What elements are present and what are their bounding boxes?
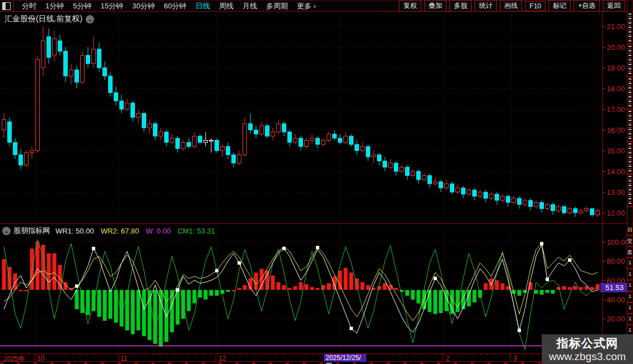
toolbar-button-1[interactable]: 叠加: [424, 0, 446, 12]
axis-tick: [602, 26, 606, 27]
indicator-bar: [103, 290, 107, 321]
candle: [422, 175, 426, 179]
date-cell-border: [216, 354, 216, 362]
candle: [568, 209, 572, 213]
toolbar-item-9[interactable]: 多周期: [262, 1, 292, 11]
candle: [142, 113, 146, 128]
date-label: 3: [513, 354, 517, 362]
candle: [574, 209, 578, 213]
candle: [294, 138, 297, 142]
indicator-bar: [366, 285, 370, 290]
indicator-bar: [36, 242, 40, 290]
indicator-bar: [142, 290, 146, 337]
strip-texture-5: [629, 176, 631, 205]
toolbar-button-0[interactable]: 复权: [399, 0, 421, 12]
candlestick-chart-canvas[interactable]: [0, 12, 602, 224]
candle: [238, 155, 241, 163]
candle: [534, 203, 538, 207]
indicator-bar: [13, 273, 17, 290]
indicator-bar: [383, 283, 387, 290]
right-edge-strip[interactable]: 自交盘11111111: [627, 0, 632, 364]
candle: [81, 55, 85, 82]
chevron-down-icon[interactable]: ⌄: [86, 15, 94, 24]
candle: [58, 41, 62, 52]
candle: [372, 155, 376, 157]
toolbar-item-10[interactable]: 更多 ›: [292, 1, 320, 11]
candle: [254, 130, 258, 134]
toolbar-item-0[interactable]: 分时: [17, 1, 41, 11]
toolbar-item-5[interactable]: 60分钟: [159, 1, 190, 11]
toolbar-item-8[interactable]: 月线: [238, 1, 262, 11]
candle: [394, 163, 398, 171]
candle: [445, 184, 449, 188]
indicator-bar: [19, 290, 23, 292]
candle: [344, 136, 348, 142]
candle: [210, 141, 213, 142]
candle: [221, 147, 225, 151]
candle: [389, 163, 393, 167]
candle: [478, 192, 482, 196]
toolbar-button-6[interactable]: 标记: [548, 0, 571, 12]
stock-title: 汇金股份(日线.前复权): [4, 14, 82, 24]
indicator-var-3: CM1: 53.31: [178, 227, 215, 235]
candle: [579, 211, 583, 213]
current-value-badge: 51.53: [601, 283, 629, 292]
indicator-bar: [165, 290, 169, 342]
watermark-title: 指标公式网: [557, 336, 618, 350]
candle: [310, 138, 314, 141]
indicator-bar: [170, 290, 174, 333]
strip-char: 1: [627, 316, 632, 321]
strip-texture-4: [629, 143, 631, 172]
toolbar-item-3[interactable]: 15分钟: [96, 1, 127, 11]
indicator-bar: [8, 267, 12, 290]
axis-tick: [602, 192, 606, 193]
toolbar-item-6[interactable]: 日线: [191, 1, 215, 11]
axis-border: [602, 12, 603, 362]
candle: [148, 124, 152, 128]
toolbar-button-5[interactable]: F10: [525, 1, 546, 11]
chevron-down-icon[interactable]: ⌄: [2, 227, 11, 235]
indicator-name: 股朋指标网: [13, 226, 50, 236]
indicator-panel-canvas[interactable]: [0, 224, 602, 353]
strip-divider: [627, 235, 632, 236]
toolbar-button-4[interactable]: 画线: [500, 0, 522, 12]
candle: [75, 70, 79, 82]
indicator-bar: [406, 290, 409, 296]
candle: [596, 211, 600, 214]
toolbar-button-2[interactable]: 多股: [449, 0, 472, 12]
date-label: 12: [218, 354, 226, 362]
strip-texture-2: [629, 78, 631, 108]
candle: [125, 103, 129, 109]
indicator-bar: [551, 290, 555, 294]
price-label: 21.00: [607, 22, 625, 31]
strip-char: 交: [627, 237, 632, 245]
candle: [305, 141, 309, 147]
strip-char: 1: [627, 260, 632, 265]
toolbar-button-3[interactable]: 统计: [474, 0, 497, 12]
candle: [501, 196, 505, 200]
date-label: 11: [120, 354, 127, 362]
toolbar-button-8[interactable]: 返回: [603, 0, 625, 12]
strip-divider: [627, 302, 632, 303]
toolbar-item-4[interactable]: 30分钟: [128, 1, 159, 11]
candle: [439, 182, 443, 188]
axis-tick: [602, 47, 606, 48]
candle: [428, 175, 432, 184]
toolbar-item-1[interactable]: 1分钟: [41, 1, 68, 11]
date-axis-ticks: [0, 354, 602, 356]
indicator-bar: [187, 290, 191, 311]
candle: [551, 204, 555, 211]
indicator-bar: [562, 286, 566, 290]
toolbar-item-7[interactable]: 周线: [215, 1, 238, 11]
toolbar-item-2[interactable]: 5分钟: [68, 1, 96, 11]
layout-toggle-icon[interactable]: [2, 2, 11, 10]
strip-divider: [627, 246, 632, 247]
indicator-bar: [109, 290, 113, 319]
indicator-bar: [47, 253, 51, 290]
date-label: 2: [446, 354, 450, 362]
candle: [103, 68, 107, 76]
candle: [406, 167, 409, 176]
axis-tick: [602, 261, 606, 262]
toolbar-button-7[interactable]: +自选: [574, 0, 600, 12]
indicator-header: ⌄ 股朋指标网 WR1: 50.00WR2: 67.80W: 0.00CM1: …: [2, 226, 222, 236]
